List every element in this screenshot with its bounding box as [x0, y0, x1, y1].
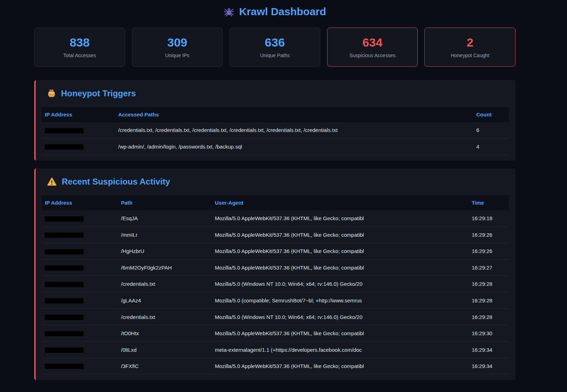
suspicious-row: /credentials.txtMozilla/5.0 (Windows NT … [41, 276, 509, 293]
time-cell: 16:29:18 [468, 210, 509, 227]
honeypot-icon [47, 89, 56, 98]
suspicious-row: /6mM2OyF0gk2zPAHMozilla/5.0 AppleWebKit/… [41, 259, 509, 276]
ip-address-cell [41, 122, 115, 138]
user-agent-cell: Mozilla/5.0 AppleWebKit/537.36 (KHTML, l… [211, 243, 468, 260]
path-cell: /6mM2OyF0gk2zPAH [117, 259, 211, 276]
time-cell: 16:29:26 [468, 227, 509, 243]
suspicious-row: /gLAAz4Mozilla/5.0 (compatible; SemrushB… [41, 292, 509, 309]
user-agent-cell: meta-externalagent/1.1 (+https://develop… [211, 342, 468, 358]
user-agent-cell: Mozilla/5.0 AppleWebKit/537.36 (KHTML, l… [211, 259, 468, 276]
time-cell: 16:29:26 [468, 243, 509, 260]
stat-label: Total Accesses [63, 53, 96, 58]
spider-icon [224, 6, 234, 17]
time-cell: 16:29:27 [468, 259, 509, 276]
ip-address-cell [41, 358, 117, 374]
column-header-ip-address: IP Address [41, 195, 117, 210]
warning-icon [47, 177, 57, 186]
path-cell: /credentials.txt [117, 276, 211, 293]
ip-address-cell [41, 259, 117, 276]
time-cell: 16:29:34 [468, 358, 509, 374]
column-header-ip-address: IP Address [41, 107, 115, 122]
path-cell: /EsqJA [117, 210, 211, 227]
user-agent-cell: Mozilla/5.0 AppleWebKit/537.36 (KHTML, l… [211, 210, 468, 227]
suspicious-title: Recent Suspicious Activity [47, 177, 509, 187]
ip-address-cell [41, 342, 117, 358]
ip-address-cell [41, 243, 117, 260]
honeypot-row: /credentials.txt, /credentials.txt, /cre… [41, 122, 509, 138]
redacted-ip-bar [45, 315, 84, 320]
ip-address-cell [41, 276, 117, 293]
ip-address-cell [41, 227, 117, 243]
stat-card-unique-ips: 309Unique IPs [132, 28, 223, 67]
user-agent-cell: Mozilla/5.0 AppleWebKit/537.36 (KHTML, l… [211, 325, 468, 342]
redacted-ip-bar [45, 364, 84, 369]
path-cell: /HgHzbrU [117, 243, 211, 260]
page-header: Krawl Dashboard [34, 0, 515, 28]
stat-card-total-accesses: 838Total Accesses [34, 28, 125, 67]
user-agent-cell: Mozilla/5.0 AppleWebKit/537.36 (KHTML, l… [211, 358, 468, 374]
ip-address-cell [41, 325, 117, 342]
count-cell: 4 [473, 138, 509, 155]
column-header-accessed-paths: Accessed Paths [115, 107, 473, 122]
stat-value: 634 [362, 36, 382, 48]
column-header-count: Count [473, 107, 509, 122]
stat-card-unique-paths: 636Unique Paths [229, 28, 320, 67]
column-header-time: Time [468, 195, 509, 210]
column-header-path: Path [117, 195, 211, 210]
column-header-user-agent: User-Agent [211, 195, 468, 210]
honeypot-header-row: IP AddressAccessed PathsCount [41, 107, 509, 122]
honeypot-row: /wp-admin/, /admin/login, /passwords.txt… [41, 138, 509, 155]
suspicious-row: /3FXfiCMozilla/5.0 AppleWebKit/537.36 (K… [41, 358, 509, 374]
suspicious-row: /0ltLxdmeta-externalagent/1.1 (+https://… [41, 342, 509, 358]
ip-address-cell [41, 309, 117, 325]
suspicious-row: /HgHzbrUMozilla/5.0 AppleWebKit/537.36 (… [41, 243, 509, 260]
user-agent-cell: Mozilla/5.0 (Windows NT 10.0; Win64; x64… [211, 276, 468, 293]
stat-label: Honeypot Caught [451, 53, 489, 58]
stats-row: 838Total Accesses309Unique IPs636Unique … [34, 28, 515, 67]
honeypot-panel: Honeypot Triggers IP AddressAccessed Pat… [34, 80, 515, 161]
ip-address-cell [41, 138, 115, 155]
redacted-ip-bar [45, 348, 84, 353]
accessed-paths-cell: /credentials.txt, /credentials.txt, /cre… [115, 122, 473, 138]
suspicious-row: /tO0HtxMozilla/5.0 AppleWebKit/537.36 (K… [41, 325, 509, 342]
time-cell: 16:29:28 [468, 309, 509, 325]
path-cell: /0ltLxd [117, 342, 211, 358]
time-cell: 16:29:30 [468, 325, 509, 342]
redacted-ip-bar [45, 249, 84, 254]
honeypot-title-text: Honeypot Triggers [61, 89, 136, 98]
stat-label: Suspicious Accesses [349, 53, 396, 58]
path-cell: /credentials.txt [117, 309, 211, 325]
stat-card-suspicious-accesses: 634Suspicious Accesses [327, 28, 418, 67]
stat-value: 2 [467, 36, 473, 48]
stat-value: 309 [167, 36, 187, 48]
ip-address-cell [41, 210, 117, 227]
path-cell: /mmILr [117, 227, 211, 243]
suspicious-row: /mmILrMozilla/5.0 AppleWebKit/537.36 (KH… [41, 227, 509, 243]
redacted-ip-bar [45, 144, 84, 150]
suspicious-table-body: /EsqJAMozilla/5.0 AppleWebKit/537.36 (KH… [41, 210, 509, 374]
redacted-ip-bar [45, 128, 84, 133]
honeypot-table-body: /credentials.txt, /credentials.txt, /cre… [41, 122, 509, 155]
redacted-ip-bar [45, 298, 84, 303]
suspicious-header-row: IP AddressPathUser-AgentTime [41, 195, 509, 210]
count-cell: 6 [473, 122, 509, 138]
suspicious-row: /credentials.txtMozilla/5.0 (Windows NT … [41, 309, 509, 325]
page-title-text: Krawl Dashboard [239, 6, 326, 18]
time-cell: 16:29:28 [468, 276, 509, 293]
suspicious-title-text: Recent Suspicious Activity [62, 177, 170, 187]
honeypot-table: IP AddressAccessed PathsCount /credentia… [41, 107, 509, 155]
user-agent-cell: Mozilla/5.0 (compatible; SemrushBot/7~bl… [211, 292, 468, 309]
suspicious-table: IP AddressPathUser-AgentTime /EsqJAMozil… [41, 195, 509, 374]
page-title: Krawl Dashboard [224, 6, 326, 18]
stat-card-honeypot-caught: 2Honeypot Caught [424, 28, 515, 67]
stat-value: 636 [265, 36, 285, 48]
time-cell: 16:29:34 [468, 342, 509, 358]
redacted-ip-bar [45, 282, 84, 287]
stat-label: Unique IPs [165, 53, 189, 58]
user-agent-cell: Mozilla/5.0 AppleWebKit/537.36 (KHTML, l… [211, 227, 468, 243]
honeypot-title: Honeypot Triggers [47, 89, 509, 98]
user-agent-cell: Mozilla/5.0 (Windows NT 10.0; Win64; x64… [211, 309, 468, 325]
dashboard-page: Krawl Dashboard 838Total Accesses309Uniq… [34, 0, 515, 380]
time-cell: 16:29:28 [468, 292, 509, 309]
path-cell: /gLAAz4 [117, 292, 211, 309]
